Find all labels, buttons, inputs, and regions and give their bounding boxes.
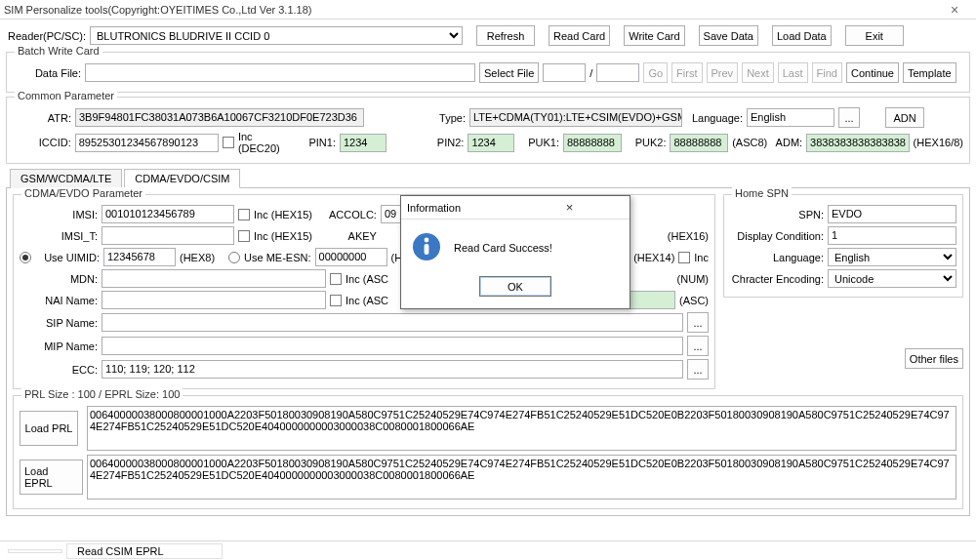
load-data-button[interactable]: Load Data bbox=[772, 25, 832, 46]
language-label: Language: bbox=[686, 112, 743, 124]
dialog-message: Read Card Success! bbox=[454, 242, 552, 254]
language-more-button[interactable]: ... bbox=[838, 107, 860, 128]
svg-rect-2 bbox=[425, 244, 429, 255]
batch-write-legend: Batch Write Card bbox=[15, 45, 102, 57]
information-dialog: Information × Read Card Success! OK bbox=[400, 195, 630, 309]
me-esn-suffix2: (HEX14) bbox=[633, 252, 674, 263]
other-files-button[interactable]: Other files bbox=[905, 348, 963, 369]
select-file-button[interactable]: Select File bbox=[479, 62, 539, 83]
ecc-label: ECC: bbox=[20, 364, 98, 376]
save-data-button[interactable]: Save Data bbox=[699, 25, 758, 46]
type-field: LTE+CDMA(TY01):LTE+CSIM(EVDO)+GSM bbox=[469, 108, 682, 127]
prl-textarea[interactable]: 006400000380008000010​00A2203F5018003090… bbox=[87, 406, 956, 451]
ecc-more-button[interactable]: ... bbox=[687, 359, 709, 380]
imsi-field[interactable]: 001010123456789 bbox=[102, 205, 234, 223]
spn-label: SPN: bbox=[730, 209, 824, 220]
puk2-label: PUK2: bbox=[626, 137, 667, 148]
pin2-field[interactable]: 1234 bbox=[468, 134, 514, 152]
batch-write-group: Batch Write Card Data File: Select File … bbox=[6, 52, 970, 93]
encoding-label: Chracter Encoding: bbox=[730, 273, 824, 285]
read-card-button[interactable]: Read Card bbox=[549, 25, 610, 46]
template-button[interactable]: Template bbox=[903, 62, 956, 83]
uimid-field[interactable]: 12345678 bbox=[103, 248, 176, 266]
mip-more-button[interactable]: ... bbox=[687, 336, 709, 356]
display-condition-field[interactable]: 1 bbox=[828, 226, 956, 245]
status-text: Read CSIM EPRL bbox=[66, 543, 223, 559]
continue-button[interactable]: Continue bbox=[846, 62, 899, 83]
puk1-field[interactable]: 88888888 bbox=[563, 134, 622, 152]
iccid-inc-label: Inc (DEC20) bbox=[238, 131, 297, 154]
exit-button[interactable]: Exit bbox=[845, 25, 904, 46]
me-esn-inc-checkbox[interactable] bbox=[678, 252, 690, 263]
puk2-suffix: (ASC8) bbox=[732, 137, 767, 148]
akey-label: AKEY bbox=[316, 230, 377, 242]
language-field[interactable]: English bbox=[747, 108, 834, 127]
imsi-inc-checkbox[interactable] bbox=[238, 209, 250, 220]
encoding-select[interactable]: Unicode bbox=[828, 269, 956, 288]
sip-more-button[interactable]: ... bbox=[687, 312, 709, 333]
atr-field: 3B9F94801FC38031A073B6A10067CF3210DF0E72… bbox=[75, 108, 364, 127]
mdn-inc-label: Inc (ASC bbox=[346, 273, 388, 285]
display-condition-label: Display Condition: bbox=[730, 230, 824, 242]
window-titlebar: SIM Personalize tools(Copyright:OYEITIME… bbox=[0, 0, 976, 20]
prev-button[interactable]: Prev bbox=[707, 62, 739, 83]
svg-point-1 bbox=[425, 238, 429, 243]
dialog-ok-button[interactable]: OK bbox=[479, 276, 551, 297]
tab-cdma[interactable]: CDMA/EVDO/CSIM bbox=[124, 169, 240, 188]
dialog-close-icon[interactable]: × bbox=[515, 200, 624, 215]
puk2-field[interactable]: 88888888 bbox=[670, 134, 728, 152]
mdn-field[interactable] bbox=[102, 269, 326, 288]
batch-index-from[interactable] bbox=[543, 63, 586, 82]
batch-index-to[interactable] bbox=[596, 63, 639, 82]
imsi-t-field[interactable] bbox=[102, 226, 234, 245]
write-card-button[interactable]: Write Card bbox=[624, 25, 684, 46]
pin1-field[interactable]: 1234 bbox=[340, 134, 386, 152]
home-spn-legend: Home SPN bbox=[732, 187, 792, 199]
use-me-esn-label: Use ME-ESN: bbox=[244, 252, 310, 263]
main-tabs: GSM/WCDMA/LTE CDMA/EVDO/CSIM bbox=[6, 168, 970, 188]
accolc-label: ACCOLC: bbox=[316, 209, 377, 220]
uimid-suffix: (HEX8) bbox=[180, 252, 215, 263]
mip-field[interactable] bbox=[102, 337, 683, 355]
mdn-inc-checkbox[interactable] bbox=[330, 273, 342, 285]
prl-legend: PRL Size : 100 / EPRL Size: 100 bbox=[21, 388, 183, 400]
use-me-esn-radio[interactable] bbox=[228, 252, 240, 263]
reader-select[interactable]: BLUTRONICS BLUDRIVE II CCID 0 bbox=[90, 26, 463, 45]
ecc-field[interactable]: 110; 119; 120; 112 bbox=[102, 360, 683, 379]
iccid-field[interactable]: 8952530123456789012​3 bbox=[75, 134, 219, 152]
me-esn-inc-label: Inc bbox=[694, 252, 709, 263]
refresh-button[interactable]: Refresh bbox=[476, 25, 535, 46]
tab-gsm[interactable]: GSM/WCDMA/LTE bbox=[10, 169, 122, 188]
first-button[interactable]: First bbox=[671, 62, 702, 83]
eprl-textarea[interactable]: 00640000038000800001000A2203F50180030908… bbox=[87, 455, 956, 500]
sip-field[interactable] bbox=[102, 313, 683, 332]
go-button[interactable]: Go bbox=[643, 62, 668, 83]
nai-inc-checkbox[interactable] bbox=[330, 295, 342, 306]
last-button[interactable]: Last bbox=[778, 62, 808, 83]
dialog-title: Information bbox=[407, 202, 515, 214]
next-button[interactable]: Next bbox=[742, 62, 774, 83]
adn-button[interactable]: ADN bbox=[885, 107, 924, 128]
reader-label: Reader(PC/SC): bbox=[8, 30, 86, 42]
data-file-input[interactable] bbox=[85, 63, 475, 82]
imsi-t-inc-checkbox[interactable] bbox=[238, 230, 250, 242]
status-bar: Read CSIM EPRL bbox=[0, 540, 976, 560]
nai-label: NAI Name: bbox=[20, 295, 98, 306]
load-prl-button[interactable]: Load PRL bbox=[20, 411, 78, 446]
adm-suffix: (HEX16/8) bbox=[914, 137, 963, 148]
close-icon[interactable]: × bbox=[937, 3, 972, 17]
imsi-label: IMSI: bbox=[20, 209, 98, 220]
find-button[interactable]: Find bbox=[812, 62, 842, 83]
adm-field[interactable]: 3​83838383838383​8 bbox=[806, 134, 910, 152]
status-cell-1 bbox=[8, 549, 62, 553]
spn-language-select[interactable]: English bbox=[828, 248, 956, 266]
adm-label: ADM: bbox=[771, 137, 802, 148]
spn-field[interactable]: EVDO bbox=[828, 205, 956, 223]
me-esn-field[interactable]: 00000000 bbox=[315, 248, 387, 266]
nai-asc-suffix: (ASC) bbox=[679, 295, 709, 306]
load-eprl-button[interactable]: Load EPRL bbox=[20, 460, 83, 495]
use-uimid-radio[interactable] bbox=[20, 252, 31, 263]
imsi-t-label: IMSI_T: bbox=[20, 230, 98, 242]
iccid-inc-checkbox[interactable] bbox=[223, 137, 234, 148]
nai-field[interactable] bbox=[102, 291, 326, 309]
